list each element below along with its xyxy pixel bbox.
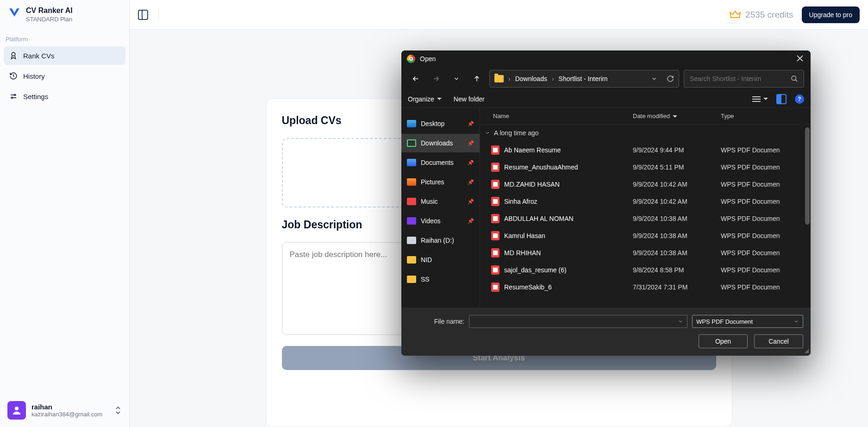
nav-back-button[interactable]	[408, 71, 424, 87]
crumb-segment[interactable]: Downloads	[515, 75, 547, 82]
side-label: Desktop	[421, 120, 444, 127]
file-row[interactable]: Sinha Afroz9/9/2024 10:42 AMWPS PDF Docu…	[480, 193, 811, 210]
open-button[interactable]: Open	[699, 334, 748, 348]
side-item[interactable]: Videos📌	[401, 212, 480, 230]
close-button[interactable]	[795, 53, 805, 65]
nav-recent-button[interactable]	[449, 71, 464, 87]
file-row[interactable]: ResumeSakib_67/31/2024 7:31 PMWPS PDF Do…	[480, 278, 811, 295]
organize-menu[interactable]: Organize	[408, 95, 442, 103]
side-item[interactable]: NID	[401, 251, 480, 269]
dialog-footer: File name: WPS PDF Document Open Cancel	[401, 308, 811, 356]
preview-pane-button[interactable]	[776, 94, 787, 104]
side-label: Documents	[421, 159, 454, 166]
scrollbar-thumb[interactable]	[805, 127, 810, 225]
crumb-segment[interactable]: Shortlist - Interim	[559, 75, 608, 82]
file-name-input-wrap[interactable]	[469, 315, 687, 328]
topbar: 2535 credits Upgrade to pro	[130, 0, 868, 30]
svg-point-2	[12, 97, 13, 99]
file-row[interactable]: Kamrul Hasan9/9/2024 10:38 AMWPS PDF Doc…	[480, 227, 811, 244]
arrow-left-icon	[412, 75, 420, 83]
crumb-sep: ›	[508, 75, 511, 82]
chrome-icon	[407, 55, 415, 63]
upgrade-button[interactable]: Upgrade to pro	[802, 6, 860, 23]
file-type: WPS PDF Documen	[721, 283, 805, 291]
nav-forward-button[interactable]	[428, 71, 444, 87]
panel-toggle-icon[interactable]	[138, 10, 148, 20]
chevrons-icon	[114, 406, 122, 415]
group-label: A long time ago	[494, 129, 539, 137]
file-date: 9/9/2024 5:11 PM	[633, 163, 721, 171]
cancel-button[interactable]: Cancel	[754, 334, 803, 348]
history-icon	[9, 72, 18, 80]
side-item[interactable]: Downloads📌	[401, 134, 480, 152]
refresh-icon[interactable]	[667, 75, 674, 82]
award-icon	[9, 51, 18, 60]
file-row[interactable]: MD.ZAHID HASAN9/9/2024 10:42 AMWPS PDF D…	[480, 176, 811, 193]
nav-up-button[interactable]	[469, 71, 485, 87]
user-block[interactable]: raihan kaziraihan384@gmail.com	[0, 394, 129, 427]
side-item[interactable]: SS	[401, 270, 480, 289]
close-icon	[797, 55, 803, 62]
file-row[interactable]: ABDULLAH AL NOMAN9/9/2024 10:38 AMWPS PD…	[480, 210, 811, 227]
side-item[interactable]: Music📌	[401, 192, 480, 211]
dialog-titlebar: Open	[401, 50, 811, 67]
side-label: SS	[421, 276, 430, 283]
svg-point-3	[15, 407, 19, 410]
pin-icon: 📌	[468, 218, 474, 224]
view-mode-button[interactable]	[752, 96, 768, 102]
dialog-toolbar: Organize New folder ?	[401, 90, 811, 108]
nav-item-history[interactable]: History	[4, 67, 125, 85]
dialog-title: Open	[420, 55, 436, 63]
file-date: 9/9/2024 10:42 AM	[633, 181, 721, 188]
side-thumb-icon	[407, 139, 416, 147]
side-label: Pictures	[421, 178, 444, 186]
nav-item-rank-cvs[interactable]: Rank CVs	[4, 46, 125, 65]
file-name-label: File name:	[409, 318, 464, 325]
pdf-icon	[491, 145, 500, 155]
avatar	[7, 401, 26, 420]
file-type-select[interactable]: WPS PDF Document	[692, 315, 803, 328]
group-row[interactable]: A long time ago	[480, 125, 811, 141]
file-date: 7/31/2024 7:31 PM	[633, 283, 721, 291]
file-type: WPS PDF Documen	[721, 232, 805, 239]
user-name: raihan	[31, 403, 102, 411]
col-type[interactable]: Type	[721, 113, 805, 119]
chevron-down-icon[interactable]	[678, 319, 683, 324]
caret-down-icon	[763, 97, 768, 101]
side-label: Music	[421, 198, 438, 205]
col-date[interactable]: Date modified	[633, 113, 721, 119]
search-box[interactable]	[684, 70, 804, 88]
new-folder-button[interactable]: New folder	[454, 95, 485, 103]
side-item[interactable]: Desktop📌	[401, 114, 480, 133]
col-name[interactable]: Name	[480, 113, 633, 119]
chevron-down-icon	[453, 75, 460, 82]
pdf-icon	[491, 283, 500, 292]
side-item[interactable]: Raihan (D:)	[401, 231, 480, 250]
search-icon	[791, 75, 798, 82]
nav-item-settings[interactable]: Settings	[4, 87, 125, 106]
sidebar: CV Ranker AI STANDARD Plan Platform Rank…	[0, 0, 130, 427]
chevron-down-icon[interactable]	[651, 75, 657, 82]
file-date: 9/9/2024 9:44 PM	[633, 146, 721, 154]
side-thumb-icon	[407, 120, 416, 127]
file-row[interactable]: MD RHIHAN9/9/2024 10:38 AMWPS PDF Docume…	[480, 244, 811, 261]
file-header: Name Date modified Type	[480, 108, 811, 125]
help-button[interactable]: ?	[795, 94, 804, 104]
file-type: WPS PDF Documen	[721, 163, 805, 171]
search-input[interactable]	[690, 75, 786, 82]
side-thumb-icon	[407, 237, 416, 244]
file-row[interactable]: Ab Naeem Resume9/9/2024 9:44 PMWPS PDF D…	[480, 141, 811, 158]
file-row[interactable]: Resume_AnushuaAhmed9/9/2024 5:11 PMWPS P…	[480, 158, 811, 176]
brand-subtitle: STANDARD Plan	[26, 16, 73, 23]
file-name: sajol_das_resume (6)	[504, 266, 567, 274]
file-type-value: WPS PDF Document	[696, 318, 753, 325]
resize-grip-icon[interactable]: ◢	[805, 347, 809, 354]
file-type: WPS PDF Documen	[721, 146, 805, 154]
breadcrumb[interactable]: › Downloads › Shortlist - Interim	[489, 70, 679, 88]
file-list[interactable]: A long time ago Ab Naeem Resume9/9/2024 …	[480, 125, 811, 308]
side-item[interactable]: Documents📌	[401, 153, 480, 172]
file-name-input[interactable]	[473, 318, 678, 325]
chevron-down-icon	[485, 130, 490, 136]
file-row[interactable]: sajol_das_resume (6)9/8/2024 8:58 PMWPS …	[480, 261, 811, 278]
side-item[interactable]: Pictures📌	[401, 173, 480, 191]
